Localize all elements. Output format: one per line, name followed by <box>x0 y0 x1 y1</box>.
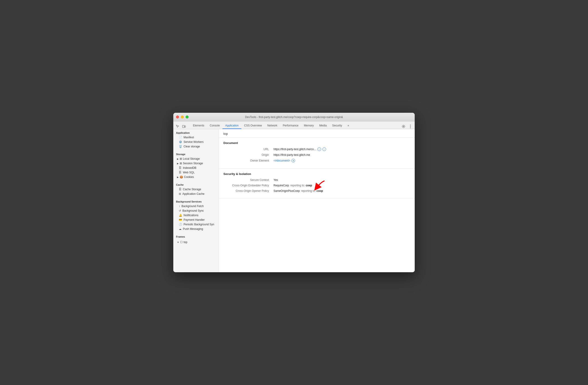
sidebar-item-indexed-db[interactable]: 🗄 IndexedDB <box>173 166 219 170</box>
url-label: URL <box>223 148 273 151</box>
tab-elements[interactable]: Elements <box>190 123 207 129</box>
sidebar-item-push-messaging[interactable]: ☁ Push Messaging <box>173 227 219 231</box>
periodic-bg-sync-icon: 🕐 <box>179 223 182 226</box>
owner-element-label: Owner Element <box>223 159 273 162</box>
document-link[interactable]: <#document> <box>273 159 290 162</box>
push-messaging-icon: ☁ <box>179 227 182 231</box>
coep-reporting: reporting to: coep <box>290 184 312 187</box>
traffic-lights <box>176 115 189 118</box>
tab-security[interactable]: Security <box>330 123 345 129</box>
sidebar-item-payment-handler[interactable]: 💳 Payment Handler <box>173 217 219 222</box>
devtools-window: DevTools - first-party-test.glitch.me/co… <box>173 113 415 272</box>
cache-storage-icon: 🗄 <box>179 188 182 191</box>
url-circle-icon-2[interactable]: ↑ <box>322 147 326 151</box>
origin-label: Origin <box>223 153 273 156</box>
tab-network[interactable]: Network <box>265 123 280 129</box>
sidebar-section-storage: Storage <box>173 150 219 156</box>
sidebar-item-top-frame[interactable]: ▼ ☐ top <box>173 240 219 244</box>
owner-element-value: <#document> ⊕ <box>273 159 295 162</box>
coop-reporting: reporting to: coop <box>301 189 323 192</box>
sidebar-item-local-storage[interactable]: ▶ ⊞ Local Storage <box>173 156 219 161</box>
owner-element-icon[interactable]: ⊕ <box>292 159 295 162</box>
more-options-icon[interactable] <box>408 124 413 129</box>
tab-bar-right-icons <box>401 124 413 129</box>
sidebar-item-background-fetch[interactable]: ↕ Background Fetch <box>173 204 219 209</box>
sidebar-item-cookies[interactable]: ▶ 🍪 Cookies <box>173 175 219 179</box>
tab-application[interactable]: Application <box>223 123 241 129</box>
sidebar-item-application-cache[interactable]: ⊞ Application Cache <box>173 192 219 196</box>
security-section: Security & Isolation Secure Context Yes … <box>219 169 415 199</box>
sidebar-section-background-services: Background Services <box>173 198 219 204</box>
sidebar-item-background-sync[interactable]: ↺ Background Sync <box>173 209 219 213</box>
payment-handler-icon: 💳 <box>179 218 182 221</box>
application-cache-icon: ⊞ <box>179 192 181 195</box>
sidebar-item-service-workers[interactable]: ⚙️ Service Workers <box>173 140 219 144</box>
manifest-icon: 📄 <box>179 136 182 139</box>
tab-css-overview[interactable]: CSS Overview <box>241 123 265 129</box>
url-value: https://first-party-test.glitch.me/co...… <box>273 147 326 151</box>
owner-element-row: Owner Element <#document> ⊕ <box>223 159 410 162</box>
tab-media[interactable]: Media <box>316 123 330 129</box>
url-row: URL https://first-party-test.glitch.me/c… <box>223 147 410 151</box>
sidebar-item-periodic-bg-sync[interactable]: 🕐 Periodic Background Syn <box>173 222 219 227</box>
tab-bar: Elements Console Application CSS Overvie… <box>173 121 415 129</box>
tab-console[interactable]: Console <box>207 123 223 129</box>
background-sync-icon: ↺ <box>179 209 181 212</box>
coep-endpoint: coep <box>306 184 312 187</box>
secure-context-label: Secure Context <box>223 178 273 182</box>
coep-row: Cross-Origin Embedder Policy RequireCorp… <box>223 184 410 187</box>
coep-value: RequireCorp reporting to: coep <box>273 184 312 187</box>
coep-label: Cross-Origin Embedder Policy <box>223 184 273 187</box>
document-section: Document URL https://first-party-test.gl… <box>219 138 415 169</box>
svg-point-3 <box>410 125 411 126</box>
sidebar-section-frames: Frames <box>173 233 219 239</box>
security-section-title: Security & Isolation <box>223 172 410 176</box>
frame-arrow-icon: ▼ <box>177 241 179 244</box>
minimize-button[interactable] <box>181 115 184 118</box>
origin-value: https://first-party-test.glitch.me <box>273 153 310 156</box>
tab-memory[interactable]: Memory <box>301 123 316 129</box>
frame-icon: ☐ <box>180 241 183 244</box>
origin-row: Origin https://first-party-test.glitch.m… <box>223 153 410 156</box>
svg-point-5 <box>410 128 411 128</box>
sidebar-item-manifest[interactable]: 📄 Manifest <box>173 135 219 140</box>
url-circle-icon-1[interactable]: ○ <box>317 147 321 151</box>
content-panel: top Document URL https://first-party-tes… <box>219 129 415 272</box>
frame-title: top <box>223 132 228 136</box>
content-header: top <box>219 129 415 138</box>
document-section-title: Document <box>223 141 410 145</box>
tab-bar-left-icons <box>175 124 187 129</box>
coop-endpoint: coop <box>316 189 323 192</box>
svg-point-4 <box>410 126 411 127</box>
tab-more[interactable]: » <box>345 123 352 129</box>
sidebar-section-cache: Cache <box>173 181 219 187</box>
service-workers-icon: ⚙️ <box>179 140 182 144</box>
arrow-icon: ▶ <box>177 158 179 160</box>
sidebar-item-session-storage[interactable]: ▶ ⊞ Session Storage <box>173 161 219 166</box>
sidebar-item-notifications[interactable]: 🔔 Notifications <box>173 213 219 217</box>
sidebar: Application 📄 Manifest ⚙️ Service Worker… <box>173 129 219 272</box>
inspect-icon[interactable] <box>175 124 180 129</box>
sidebar-item-web-sql[interactable]: 🗄 Web SQL <box>173 170 219 175</box>
sidebar-section-application: Application <box>173 129 219 135</box>
svg-point-2 <box>403 126 404 127</box>
coop-policy: SameOriginPlusCoep <box>273 189 300 192</box>
settings-icon[interactable] <box>401 124 406 129</box>
secure-context-value: Yes <box>273 178 278 182</box>
tabs: Elements Console Application CSS Overvie… <box>190 123 401 129</box>
maximize-button[interactable] <box>186 115 189 118</box>
sidebar-item-cache-storage[interactable]: 🗄 Cache Storage <box>173 187 219 192</box>
clear-storage-icon: 🗑️ <box>179 145 182 148</box>
sidebar-item-clear-storage[interactable]: 🗑️ Clear storage <box>173 144 219 149</box>
local-storage-icon: ⊞ <box>180 157 182 160</box>
coop-label: Cross-Origin Opener Policy <box>223 189 273 192</box>
notifications-icon: 🔔 <box>179 214 182 217</box>
close-button[interactable] <box>176 115 179 118</box>
session-storage-icon: ⊞ <box>180 162 182 165</box>
web-sql-icon: 🗄 <box>179 171 182 174</box>
device-toolbar-icon[interactable] <box>182 124 187 129</box>
coop-row: Cross-Origin Opener Policy SameOriginPlu… <box>223 189 410 192</box>
tab-performance[interactable]: Performance <box>280 123 301 129</box>
indexed-db-icon: 🗄 <box>179 166 182 170</box>
arrow-icon-2: ▶ <box>177 162 179 165</box>
